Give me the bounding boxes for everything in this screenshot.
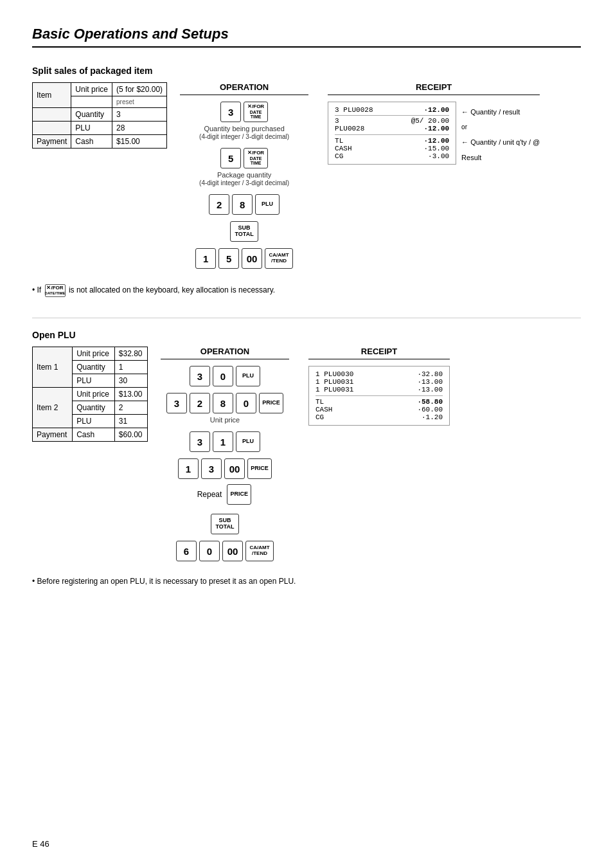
op2-unit-price-label: Unit price [210, 416, 240, 424]
op-step2-keys: 5 ✕/FOR DATE TIME [219, 148, 269, 168]
key2-3[interactable]: 3 [190, 366, 210, 386]
table-item2-plu-val: 31 [114, 415, 147, 428]
key-xfor-inline: ✕/FORDATE/TIME [45, 284, 66, 297]
receipt-box: 3 PLU0028 ·12.00 3 @5/ 20.00 PLU0028 ·12… [328, 102, 456, 165]
op2-step6: SUBTOTAL [209, 514, 240, 534]
repeat-label: Repeat [197, 490, 222, 499]
r5-label: CASH [335, 145, 351, 152]
key2-3b[interactable]: 3 [166, 393, 187, 413]
key2-price3[interactable]: PRICE [227, 484, 251, 505]
opr-l4-label: TL [315, 398, 324, 406]
opr-l5-label: CASH [315, 406, 332, 413]
table-cell-unit-price-val: (5 for $20.00) [112, 83, 167, 96]
key2-0b[interactable]: 0 [236, 393, 256, 413]
r3-label: PLU0028 [335, 125, 364, 132]
key2-price2[interactable]: PRICE [247, 458, 272, 479]
table-item1: Item 1 [33, 347, 73, 388]
r2-val: @5/ 20.00 [411, 117, 449, 125]
open-plu-receipt-col: RECEIPT 1 PLU0030 ·32.80 1 PLU0031 ·13.0… [308, 347, 450, 429]
split-sales-layout: Item Unit price (5 for $20.00) preset Qu… [32, 82, 581, 271]
table-item1-plu-label: PLU [73, 374, 115, 388]
key2-8[interactable]: 8 [213, 393, 233, 413]
op-step5-keys: 1 5 00 CA/AMT/TEND [194, 248, 294, 269]
opr-line6: CG ·1.20 [315, 413, 443, 421]
opr-l1-val: ·32.80 [417, 370, 443, 378]
receipt-with-notes: 3 PLU0028 ·12.00 3 @5/ 20.00 PLU0028 ·12… [328, 102, 540, 168]
table-item2-up-val: $13.00 [114, 388, 147, 401]
key-1[interactable]: 1 [195, 248, 216, 269]
op-header2: OPERATION [161, 347, 289, 359]
key2-0[interactable]: 0 [213, 366, 233, 386]
receipt-line2: 3 @5/ 20.00 [335, 117, 449, 125]
key2-1b[interactable]: 1 [178, 458, 199, 479]
key-plu[interactable]: PLU [255, 194, 280, 215]
table-item2-qty-val: 2 [114, 401, 147, 415]
table-cell-cash-label: Cash [71, 135, 112, 149]
op2-step1: 3 0 PLU [188, 366, 262, 386]
split-sales-note: • If ✕/FORDATE/TIME is not allocated on … [32, 284, 581, 297]
r2-label: 3 [335, 117, 339, 125]
table-item1-qty-label: Quantity [73, 361, 115, 374]
key-ca-amt[interactable]: CA/AMT/TEND [265, 248, 293, 269]
key-xfor2[interactable]: ✕/FOR DATE TIME [244, 148, 268, 168]
table-item1-up-label: Unit price [73, 347, 115, 361]
key2-plu2[interactable]: PLU [236, 431, 260, 452]
table-cell-plu-val: 28 [112, 122, 167, 135]
table-item2-up-label: Unit price [73, 388, 115, 401]
split-sales-section: Split sales of packaged item Item Unit p… [32, 66, 581, 297]
table-item2: Item 2 [33, 388, 73, 428]
op-step3-keys: 2 8 PLU [208, 194, 281, 215]
key2-0c[interactable]: 0 [199, 541, 220, 561]
key-3[interactable]: 3 [220, 102, 241, 122]
key-5[interactable]: 5 [220, 148, 241, 168]
r3-val: ·12.00 [423, 125, 449, 132]
key-5b[interactable]: 5 [218, 248, 239, 269]
opr-l5-val: ·60.00 [417, 406, 443, 413]
key2-00b[interactable]: 00 [222, 541, 243, 561]
receipt-annotations: ← Quantity / result or ← Quantity / unit… [461, 102, 540, 168]
key2-plu[interactable]: PLU [236, 366, 260, 386]
key2-6[interactable]: 6 [176, 541, 197, 561]
split-sales-receipt: RECEIPT 3 PLU0028 ·12.00 3 @5/ 20.00 [328, 82, 540, 168]
receipt-line1: 3 PLU0028 ·12.00 [335, 106, 449, 114]
opr-line5: CASH ·60.00 [315, 406, 443, 413]
key-8[interactable]: 8 [232, 194, 253, 215]
op2-step4: 1 3 00 PRICE [177, 458, 273, 479]
table-item1-up-val: $32.80 [114, 347, 147, 361]
key2-subtotal[interactable]: SUBTOTAL [211, 514, 239, 534]
key-00[interactable]: 00 [242, 248, 262, 269]
table-cell-payment: Payment [33, 135, 71, 149]
table-cell-empty1 [33, 108, 71, 122]
opr-l6-label: CG [315, 413, 324, 421]
r4-val: ·12.00 [423, 137, 449, 145]
annotation1: ← Quantity / result [461, 108, 540, 116]
key2-3c[interactable]: 3 [190, 431, 210, 452]
key2-1[interactable]: 1 [213, 431, 233, 452]
key-subtotal[interactable]: SUBTOTAL [230, 221, 258, 242]
op-header: OPERATION [180, 82, 308, 95]
split-sales-op-receipt: OPERATION 3 ✕/FOR DATE TIME Quantity bei… [180, 82, 581, 271]
key2-00[interactable]: 00 [224, 458, 245, 479]
open-plu-layout: Item 1 Unit price $32.80 Quantity 1 PLU … [32, 347, 581, 564]
open-plu-operation: OPERATION 3 0 PLU 3 2 8 0 PRICE Unit pri… [161, 347, 289, 564]
key2-price[interactable]: PRICE [259, 393, 283, 413]
open-plu-note: • Before registering an open PLU, it is … [32, 577, 581, 586]
op2-step2: 3 2 8 0 PRICE [165, 393, 285, 413]
table-cell-qty-label: Quantity [71, 108, 112, 122]
r6-label: CG [335, 152, 343, 160]
split-sales-title: Split sales of packaged item [32, 66, 581, 76]
annotation4: Result [461, 154, 540, 161]
opr-l1-label: 1 PLU0030 [315, 370, 353, 378]
op2-step3: 3 1 PLU [188, 431, 262, 452]
key2-3d[interactable]: 3 [201, 458, 222, 479]
key2-ca-amt[interactable]: CA/AMT/TEND [245, 541, 274, 561]
key-2[interactable]: 2 [209, 194, 229, 215]
op2-step5: Repeat PRICE [197, 484, 253, 505]
receipt-line3: PLU0028 ·12.00 [335, 125, 449, 132]
table-pay-cash-val: $60.00 [114, 428, 147, 442]
table-item2-plu-label: PLU [73, 415, 115, 428]
r6-val: ·3.00 [428, 152, 449, 160]
key-xfor[interactable]: ✕/FOR DATE TIME [244, 102, 268, 122]
key2-2[interactable]: 2 [190, 393, 210, 413]
opr-line4: TL ·58.80 [315, 398, 443, 406]
